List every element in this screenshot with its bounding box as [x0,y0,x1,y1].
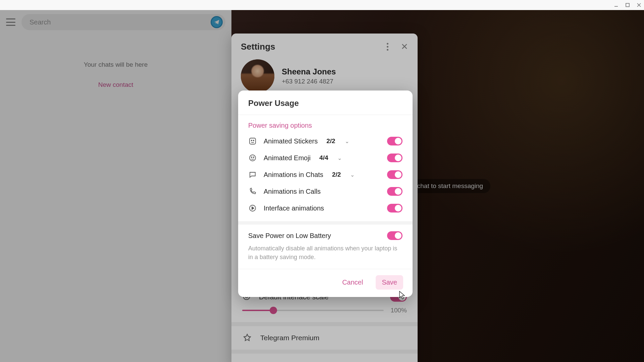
option-row-0[interactable]: Animated Stickers2/2⌄ [238,133,413,149]
option-label: Animations in Chats [264,171,323,179]
chevron-down-icon: ⌄ [350,172,355,178]
option-row-1[interactable]: Animated Emoji4/4⌄ [238,149,413,166]
scale-value: 100% [390,307,407,314]
battery-label: Save Power on Low Battery [248,232,387,240]
option-count: 2/2 [326,137,335,145]
option-row-3[interactable]: Animations in Calls [238,183,413,200]
option-toggle[interactable] [387,154,402,162]
maximize-icon[interactable] [625,3,630,7]
option-toggle[interactable] [387,137,402,145]
minimize-icon[interactable] [614,3,619,7]
avatar[interactable] [241,59,274,93]
option-toggle[interactable] [387,170,402,179]
option-toggle[interactable] [387,187,402,196]
svg-rect-6 [250,138,256,144]
cancel-button[interactable]: Cancel [339,276,366,289]
svg-point-11 [253,157,254,158]
phone-icon [248,187,257,196]
svg-point-7 [251,140,252,141]
option-row-4[interactable]: Interface animations [238,200,413,217]
chevron-down-icon: ⌄ [345,138,349,144]
dialog-title: Power Usage [238,90,413,115]
option-label: Animated Emoji [264,154,311,162]
profile-phone: +63 912 246 4827 [282,78,336,85]
power-usage-dialog: Power Usage Power saving options Animate… [238,90,413,297]
option-label: Interface animations [264,204,324,212]
profile-name: Sheena Jones [282,67,336,76]
premium-label: Telegram Premium [260,334,319,342]
sticker-icon [248,137,257,145]
option-count: 4/4 [319,154,328,162]
star-icon [242,333,252,343]
svg-point-9 [250,155,256,161]
option-count: 2/2 [332,171,341,178]
chat-icon [248,170,257,179]
svg-rect-1 [626,3,629,7]
section-label: Power saving options [238,115,413,133]
option-toggle[interactable] [387,204,402,213]
close-icon[interactable]: ✕ [401,42,408,52]
save-button[interactable]: Save [376,275,403,290]
emoji-icon [248,154,257,162]
play-icon [248,204,257,213]
sidebar-item-premium[interactable]: Telegram Premium [231,326,418,350]
svg-point-10 [251,157,252,158]
option-label: Animations in Calls [264,188,321,195]
chat-list-pane: Your chats will be here New contact [0,10,231,362]
scale-slider[interactable] [242,310,384,311]
window-titlebar [0,0,644,10]
svg-point-8 [253,140,254,141]
battery-toggle[interactable] [387,231,402,240]
chevron-down-icon: ⌄ [337,155,342,161]
battery-desc: Automatically disable all animations whe… [238,243,413,269]
more-icon[interactable] [383,43,391,51]
option-row-2[interactable]: Animations in Chats2/2⌄ [238,166,413,183]
option-label: Animated Stickers [264,137,318,145]
close-icon[interactable] [637,3,641,7]
settings-title: Settings [241,42,383,52]
